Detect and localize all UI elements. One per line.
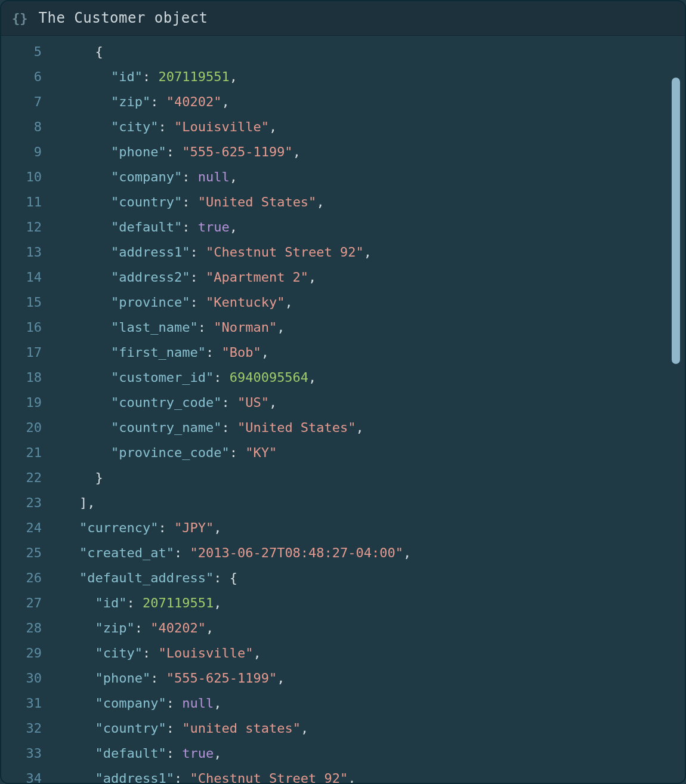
code-content[interactable]: { "id": 207119551, "zip": "40202", "city…: [48, 39, 685, 783]
code-token: ,: [253, 646, 261, 660]
code-line[interactable]: ],: [48, 490, 667, 516]
code-line[interactable]: "province": "Kentucky",: [48, 290, 667, 315]
code-line[interactable]: "last_name": "Norman",: [48, 315, 667, 340]
code-token: "phone": [111, 144, 166, 159]
code-panel: {} The Customer object 56789101112131415…: [0, 0, 686, 784]
code-token: "555-625-1199": [182, 144, 292, 159]
code-line[interactable]: "customer_id": 6940095564,: [48, 365, 667, 390]
line-number: 28: [1, 616, 42, 641]
code-line[interactable]: "currency": "JPY",: [48, 516, 667, 541]
code-token: "Kentucky": [206, 295, 285, 310]
code-token: "address1": [111, 245, 190, 260]
code-token: "2013-06-27T08:48:27-04:00": [190, 545, 403, 560]
line-number: 33: [1, 741, 42, 766]
line-number: 13: [1, 240, 42, 265]
code-line[interactable]: "company": null,: [48, 165, 667, 190]
scrollbar-track[interactable]: [672, 78, 680, 364]
code-line[interactable]: "province_code": "KY": [48, 440, 667, 465]
code-line[interactable]: "first_name": "Bob",: [48, 340, 667, 365]
line-number: 16: [1, 315, 42, 340]
code-token: :: [174, 545, 190, 560]
code-token: :: [166, 721, 183, 736]
code-token: "United States": [198, 195, 317, 209]
code-line[interactable]: "id": 207119551,: [48, 591, 667, 616]
code-token: true: [198, 220, 230, 234]
code-line[interactable]: "country_code": "US",: [48, 390, 667, 415]
code-token: "Chestnut Street 92": [190, 771, 348, 783]
code-token: "Apartment 2": [206, 270, 308, 285]
code-token: "created_at": [79, 545, 174, 560]
code-token: "United States": [237, 420, 356, 435]
code-token: "phone": [95, 671, 150, 686]
code-token: :: [182, 169, 198, 184]
code-token: :: [190, 295, 206, 310]
code-token: :: [206, 345, 222, 360]
line-number: 8: [1, 115, 42, 140]
code-line[interactable]: {: [48, 39, 667, 64]
line-number: 9: [1, 140, 42, 165]
code-line[interactable]: "city": "Louisville",: [48, 115, 667, 140]
code-token: "last_name": [111, 320, 198, 335]
code-token: ,: [214, 746, 221, 761]
code-token: ,: [277, 320, 285, 335]
code-token: {: [95, 44, 103, 59]
code-line[interactable]: "country": "United States",: [48, 190, 667, 215]
code-line[interactable]: "country": "united states",: [48, 716, 667, 741]
code-token: "Norman": [214, 320, 277, 335]
code-line[interactable]: "address1": "Chestnut Street 92",: [48, 240, 667, 265]
code-token: :: [135, 621, 151, 635]
code-line[interactable]: "phone": "555-625-1199",: [48, 666, 667, 691]
code-token: ,: [301, 721, 308, 736]
code-token: "KY": [245, 445, 277, 460]
line-number: 21: [1, 440, 42, 465]
code-token: ,: [277, 671, 285, 686]
code-token: "555-625-1199": [166, 671, 277, 686]
code-token: ,: [285, 295, 292, 310]
code-token: ,: [269, 395, 277, 410]
code-line[interactable]: "default": true,: [48, 215, 667, 240]
line-number: 34: [1, 766, 42, 783]
code-token: "address1": [95, 771, 174, 783]
code-token: "province": [111, 295, 190, 310]
code-token: :: [214, 370, 230, 385]
code-line[interactable]: }: [48, 465, 667, 490]
code-line[interactable]: "created_at": "2013-06-27T08:48:27-04:00…: [48, 541, 667, 566]
line-number: 26: [1, 566, 42, 591]
code-token: :: [150, 94, 166, 109]
line-number: 32: [1, 716, 42, 741]
code-line[interactable]: "country_name": "United States",: [48, 415, 667, 440]
code-line[interactable]: "address2": "Apartment 2",: [48, 265, 667, 290]
code-token: "city": [111, 119, 158, 134]
code-line[interactable]: "phone": "555-625-1199",: [48, 140, 667, 165]
line-number: 25: [1, 541, 42, 566]
code-token: :: [182, 220, 198, 234]
code-token: "default": [95, 746, 166, 761]
code-line[interactable]: "default_address": {: [48, 566, 667, 591]
scrollbar-thumb[interactable]: [672, 78, 680, 364]
code-token: "address2": [111, 270, 190, 285]
code-token: null: [198, 169, 230, 184]
code-token: ,: [308, 370, 316, 385]
code-line[interactable]: "default": true,: [48, 741, 667, 766]
code-token: "default_address": [79, 570, 214, 585]
code-token: ,: [356, 420, 364, 435]
code-token: "Louisville": [158, 646, 253, 660]
code-token: "country": [111, 195, 182, 209]
code-token: :: [143, 646, 159, 660]
code-line[interactable]: "zip": "40202",: [48, 616, 667, 641]
code-line[interactable]: "address1": "Chestnut Street 92",: [48, 766, 667, 783]
code-token: :: [158, 119, 174, 134]
panel-header: {} The Customer object: [1, 1, 685, 36]
code-token: "country": [95, 721, 166, 736]
code-token: 207119551: [158, 69, 229, 84]
code-token: ,: [214, 520, 221, 535]
code-line[interactable]: "zip": "40202",: [48, 89, 667, 115]
code-token: :: [143, 69, 159, 84]
code-token: "customer_id": [111, 370, 214, 385]
code-area[interactable]: 5678910111213141516171819202122232425262…: [1, 36, 685, 783]
code-token: "default": [111, 220, 182, 234]
code-line[interactable]: "company": null,: [48, 691, 667, 716]
code-line[interactable]: "city": "Louisville",: [48, 641, 667, 666]
code-line[interactable]: "id": 207119551,: [48, 64, 667, 89]
code-token: ,: [206, 621, 214, 635]
